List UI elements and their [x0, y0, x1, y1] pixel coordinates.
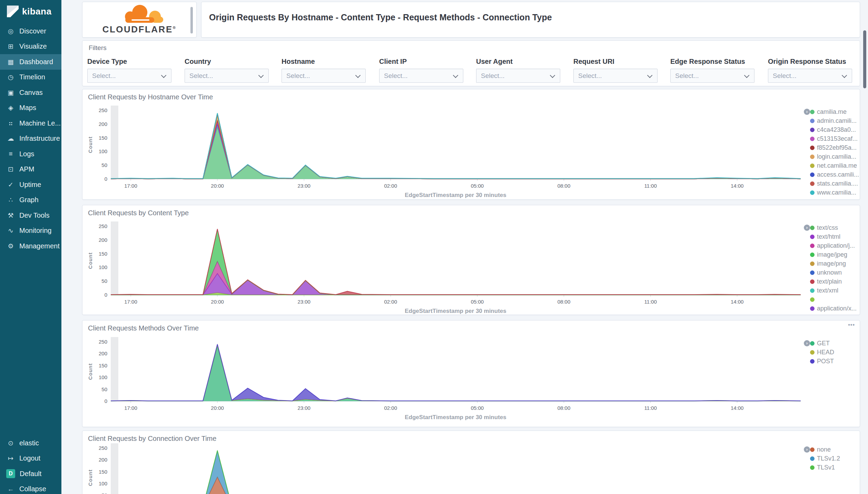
legend-item[interactable]: stats.camilia.... — [810, 179, 860, 188]
page-title: Origin Requests By Hostname - Content Ty… — [201, 2, 860, 22]
legend-item[interactable]: www.camilia... — [810, 188, 860, 197]
filter-select-edge-response-status[interactable]: Select... — [670, 69, 754, 83]
legend-item[interactable]: access.camili... — [810, 170, 860, 179]
sidebar-item-dashboard[interactable]: ▦Dashboard — [0, 54, 61, 70]
graph-nodes-icon: ∴ — [7, 196, 15, 204]
sidebar-nav: ◎Discover⊞Visualize▦Dashboard◷Timelion▣C… — [0, 23, 61, 254]
legend-item[interactable]: c513153ecaf... — [810, 134, 860, 143]
sidebar-item-logs[interactable]: ≡Logs — [0, 146, 61, 162]
sidebar-item-uptime[interactable]: ✓Uptime — [0, 177, 61, 192]
svg-text:14:00: 14:00 — [731, 405, 744, 411]
legend-item[interactable]: none — [810, 445, 860, 454]
svg-text:11:00: 11:00 — [644, 299, 657, 305]
legend-item[interactable]: GET — [810, 339, 860, 348]
legend-label: none — [817, 446, 831, 453]
sidebar-item-discover[interactable]: ◎Discover — [0, 23, 61, 39]
sidebar-item-management[interactable]: ⚙Management — [0, 238, 61, 254]
sidebar-item-label: Management — [19, 242, 60, 250]
svg-text:EdgeStartTimestamp per 30 minu: EdgeStartTimestamp per 30 minutes — [405, 308, 506, 314]
canvas-icon: ▣ — [7, 89, 15, 97]
svg-text:200: 200 — [99, 121, 107, 127]
page-scrollbar-thumb[interactable] — [863, 30, 866, 88]
filter-select-hostname[interactable]: Select... — [282, 69, 366, 83]
legend-item[interactable]: text/css — [810, 223, 860, 232]
chevron-down-icon — [355, 73, 361, 78]
legend-item[interactable]: text/xml — [810, 286, 860, 295]
svg-text:250: 250 — [99, 107, 107, 113]
filter-select-origin-response-status[interactable]: Select... — [768, 69, 852, 83]
legend-item[interactable]: image/jpeg — [810, 250, 860, 259]
legend-color-dot — [810, 465, 815, 470]
legend-item[interactable]: HEAD — [810, 348, 860, 357]
legend-expand-icon[interactable]: › — [804, 225, 810, 231]
legend-item[interactable]: application/j... — [810, 241, 860, 250]
sidebar-footer-elastic[interactable]: ⊙elastic — [0, 435, 61, 451]
svg-text:20:00: 20:00 — [211, 405, 224, 411]
legend-label: POST — [817, 358, 834, 365]
legend-label: net.camilia.me — [817, 162, 857, 169]
legend-item[interactable]: login.camilia... — [810, 152, 860, 161]
sidebar-item-graph[interactable]: ∴Graph — [0, 192, 61, 208]
legend-item[interactable]: camilia.me — [810, 107, 860, 116]
legend-item[interactable]: text/plain — [810, 277, 860, 286]
dashboard-title-panel: Origin Requests By Hostname - Content Ty… — [201, 2, 860, 38]
filter-label: Hostname — [282, 58, 366, 67]
filter-select-request-uri[interactable]: Select... — [573, 69, 658, 83]
sidebar-item-canvas[interactable]: ▣Canvas — [0, 85, 61, 100]
legend-expand-icon[interactable]: › — [804, 446, 810, 453]
legend-color-dot — [810, 270, 815, 275]
sidebar-item-label: Machine Le... — [19, 119, 61, 127]
sidebar-footer-logout[interactable]: ↦Logout — [0, 451, 61, 466]
svg-text:50: 50 — [101, 386, 107, 392]
svg-text:250: 250 — [99, 339, 107, 345]
sidebar-item-visualize[interactable]: ⊞Visualize — [0, 39, 61, 55]
filter-select-user-agent[interactable]: Select... — [476, 69, 560, 83]
sidebar-item-dev-tools[interactable]: ⚒Dev Tools — [0, 208, 61, 223]
sidebar-item-timelion[interactable]: ◷Timelion — [0, 70, 61, 85]
legend-item[interactable]: text/html — [810, 232, 860, 241]
sidebar-item-monitoring[interactable]: ∿Monitoring — [0, 223, 61, 239]
legend-item[interactable]: admin.camili... — [810, 116, 860, 125]
legend-item[interactable]: TLSv1.2 — [810, 454, 860, 463]
filter-select-country[interactable]: Select... — [185, 69, 269, 83]
registered-mark: ® — [173, 26, 177, 30]
sidebar-item-label: Timelion — [19, 73, 45, 81]
legend-item[interactable]: application/x... — [810, 304, 860, 313]
legend-item[interactable]: TLSv1 — [810, 463, 860, 472]
legend-expand-icon[interactable]: › — [804, 109, 810, 115]
legend-color-dot — [810, 244, 815, 248]
legend-color-dot — [810, 146, 815, 150]
panel-scrollbar[interactable] — [190, 7, 193, 33]
select-placeholder: Select... — [92, 69, 116, 82]
sidebar-item-infrastructure[interactable]: ☁Infrastructure — [0, 131, 61, 147]
legend-expand-icon[interactable]: › — [804, 340, 810, 346]
legend-item[interactable] — [810, 295, 860, 304]
filter-select-device-type[interactable]: Select... — [87, 69, 171, 83]
legend-item[interactable]: POST — [810, 357, 860, 366]
kibana-logo[interactable]: kibana — [0, 0, 61, 23]
dashboard-icon: ▦ — [7, 58, 15, 66]
legend-color-dot — [810, 119, 815, 123]
legend-item[interactable]: c4ca4238a0... — [810, 125, 860, 134]
legend-label: image/png — [817, 260, 846, 267]
sidebar-item-machine-le[interactable]: ⠶Machine Le... — [0, 116, 61, 131]
sidebar-item-apm[interactable]: ⊡APM — [0, 162, 61, 177]
apm-icon: ⊡ — [7, 165, 15, 173]
svg-text:Count: Count — [87, 363, 93, 380]
legend-item[interactable]: image/png — [810, 259, 860, 268]
sidebar-item-label: Discover — [19, 27, 46, 35]
legend-item[interactable]: unknown — [810, 268, 860, 277]
sidebar-footer-default[interactable]: DDefault — [0, 466, 61, 482]
legend-label: login.camilia... — [817, 153, 856, 160]
svg-text:EdgeStartTimestamp per 30 minu: EdgeStartTimestamp per 30 minutes — [405, 414, 506, 421]
filter-select-client-ip[interactable]: Select... — [379, 69, 463, 83]
legend-item[interactable]: net.camilia.me — [810, 161, 860, 170]
legend-color-dot — [810, 235, 815, 239]
legend-color-dot — [810, 261, 815, 266]
sidebar-footer-collapse[interactable]: ←Collapse — [0, 482, 61, 494]
filter-label: Request URI — [573, 58, 658, 67]
svg-text:17:00: 17:00 — [124, 183, 137, 189]
svg-text:23:00: 23:00 — [297, 299, 310, 305]
legend-item[interactable]: f8522ebf95a... — [810, 143, 860, 152]
sidebar-item-maps[interactable]: ◈Maps — [0, 100, 61, 116]
